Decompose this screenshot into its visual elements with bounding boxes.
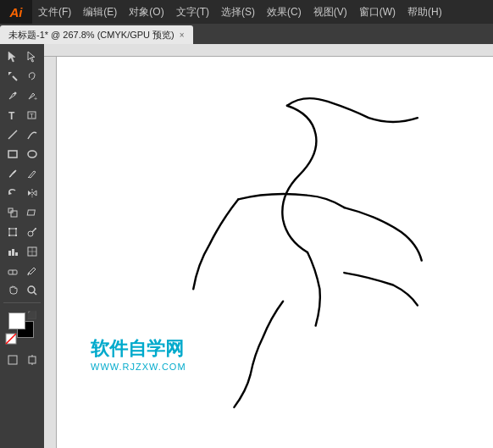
tool-row-wand xyxy=(2,67,42,86)
menu-effect[interactable]: 效果(C) xyxy=(261,0,307,24)
add-anchor-tool[interactable]: + xyxy=(23,86,42,105)
svg-rect-22 xyxy=(15,228,17,230)
none-color-indicator[interactable] xyxy=(5,333,17,345)
tool-row-eraser xyxy=(2,262,42,280)
svg-rect-30 xyxy=(15,252,18,256)
tool-row-pen: + xyxy=(2,86,42,105)
svg-marker-0 xyxy=(8,52,15,62)
menu-window[interactable]: 窗口(W) xyxy=(353,0,402,24)
svg-rect-42 xyxy=(29,357,36,363)
scale-tool[interactable] xyxy=(3,203,22,222)
menu-bar: 文件(F) 编辑(E) 对象(O) 文字(T) 选择(S) 效果(C) 视图(V… xyxy=(32,0,493,24)
tab-close-button[interactable]: × xyxy=(180,30,185,40)
paintbrush-tool[interactable] xyxy=(3,164,22,183)
line-tool[interactable] xyxy=(3,125,22,144)
ellipse-tool[interactable] xyxy=(23,145,42,163)
svg-text:T: T xyxy=(8,110,15,121)
svg-point-27 xyxy=(35,228,36,230)
tool-row-line xyxy=(2,125,42,144)
rectangle-tool[interactable] xyxy=(3,145,22,163)
column-graph-tool[interactable] xyxy=(3,242,22,261)
watermark-url: WWW.RJZXW.COM xyxy=(91,362,186,372)
active-tab[interactable]: 未标题-1* @ 267.8% (CMYK/GPU 预览) × xyxy=(0,25,193,44)
tab-bar: 未标题-1* @ 267.8% (CMYK/GPU 预览) × xyxy=(0,24,493,44)
tool-row-scale xyxy=(2,203,42,222)
change-screen-mode[interactable] xyxy=(3,351,22,369)
tool-row-zoom xyxy=(2,281,42,300)
lasso-tool[interactable] xyxy=(23,67,42,86)
svg-line-2 xyxy=(13,76,17,80)
magic-wand-tool[interactable] xyxy=(3,67,22,86)
arc-tool[interactable] xyxy=(23,125,42,144)
svg-rect-20 xyxy=(9,229,16,235)
watermark-site-name: 软件自学网 xyxy=(91,336,186,362)
svg-line-9 xyxy=(8,130,17,139)
color-swatch-area: ⬛ xyxy=(3,309,41,348)
menu-view[interactable]: 视图(V) xyxy=(307,0,353,24)
menu-select[interactable]: 选择(S) xyxy=(215,0,261,24)
ruler-left xyxy=(44,57,57,448)
menu-help[interactable]: 帮助(H) xyxy=(402,0,448,24)
tab-label: 未标题-1* @ 267.8% (CMYK/GPU 预览) xyxy=(8,29,174,41)
canvas-area[interactable]: 软件自学网 WWW.RJZXW.COM xyxy=(44,44,493,448)
eraser-tool[interactable] xyxy=(3,262,22,280)
svg-line-12 xyxy=(28,177,29,178)
free-transform-tool[interactable] xyxy=(3,223,22,241)
pencil-tool[interactable] xyxy=(23,164,42,183)
toolbar-divider xyxy=(3,302,41,303)
reflect-tool[interactable] xyxy=(23,184,42,202)
foreground-color-swatch[interactable] xyxy=(8,312,25,329)
area-type-tool[interactable]: T xyxy=(23,106,42,124)
hand-tool[interactable] xyxy=(3,281,22,300)
main-area: + T T xyxy=(0,44,493,448)
svg-rect-29 xyxy=(12,249,14,256)
menu-edit[interactable]: 编辑(E) xyxy=(77,0,123,24)
tool-row-brush xyxy=(2,164,42,183)
selection-tool[interactable] xyxy=(3,47,22,66)
tool-row-transform xyxy=(2,223,42,241)
menu-type[interactable]: 文字(T) xyxy=(170,0,215,24)
rotate-tool[interactable] xyxy=(3,184,22,202)
svg-rect-28 xyxy=(8,251,11,256)
svg-rect-17 xyxy=(11,211,17,217)
title-bar: Ai 文件(F) 编辑(E) 对象(O) 文字(T) 选择(S) 效果(C) 视… xyxy=(0,0,493,24)
slice-tool[interactable] xyxy=(23,242,42,261)
svg-rect-41 xyxy=(8,356,17,364)
default-colors-button[interactable]: ⬛ xyxy=(27,311,36,319)
svg-marker-3 xyxy=(8,72,12,75)
svg-line-38 xyxy=(34,292,36,295)
svg-point-4 xyxy=(14,92,16,95)
direct-selection-tool[interactable] xyxy=(23,47,42,66)
svg-rect-24 xyxy=(15,235,17,236)
artboard-tool[interactable] xyxy=(23,351,42,369)
svg-rect-10 xyxy=(8,151,17,158)
tool-row-selection xyxy=(2,47,42,66)
shear-tool[interactable] xyxy=(23,203,42,222)
svg-rect-21 xyxy=(8,228,10,230)
ruler-top xyxy=(44,44,493,57)
svg-marker-15 xyxy=(28,191,31,196)
type-tool[interactable]: T xyxy=(3,106,22,124)
watermark: 软件自学网 WWW.RJZXW.COM xyxy=(91,336,186,372)
svg-line-36 xyxy=(28,273,29,275)
tool-row-chart xyxy=(2,242,42,261)
artwork-svg xyxy=(57,57,493,448)
svg-point-11 xyxy=(28,151,36,158)
tool-row-type: T T xyxy=(2,106,42,124)
svg-text:T: T xyxy=(30,112,34,119)
tool-row-extras xyxy=(2,351,42,369)
menu-object[interactable]: 对象(O) xyxy=(123,0,169,24)
tool-row-rotate xyxy=(2,184,42,202)
ai-logo: Ai xyxy=(0,0,32,24)
left-toolbar: + T T xyxy=(0,44,44,448)
eyedropper-tool[interactable] xyxy=(23,262,42,280)
svg-marker-16 xyxy=(33,191,36,196)
drawing-canvas[interactable]: 软件自学网 WWW.RJZXW.COM xyxy=(57,57,493,448)
symbol-tool[interactable] xyxy=(23,223,42,241)
zoom-tool[interactable] xyxy=(23,281,42,300)
pen-tool[interactable] xyxy=(3,86,22,105)
menu-file[interactable]: 文件(F) xyxy=(32,0,77,24)
svg-marker-1 xyxy=(28,52,35,62)
tool-row-rect xyxy=(2,145,42,163)
svg-rect-19 xyxy=(27,210,35,215)
